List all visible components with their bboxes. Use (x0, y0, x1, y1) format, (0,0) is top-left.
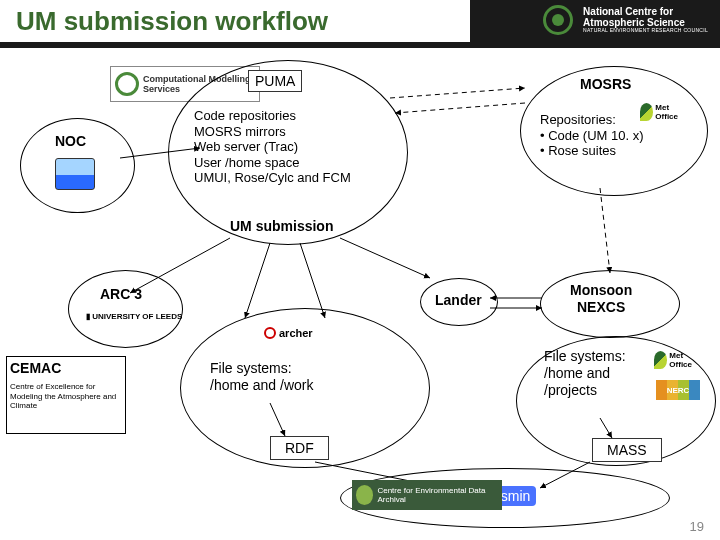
mass-label: MASS (607, 442, 647, 458)
svg-line-6 (340, 238, 430, 278)
ncas-logo: National Centre for Atmospheric Science … (543, 4, 712, 36)
arc3-label: ARC 3 (100, 286, 142, 303)
archer-logo: archer (264, 324, 344, 342)
page-number: 19 (690, 519, 704, 534)
mosrs-repos-label: Repositories: (540, 112, 616, 127)
rdf-box: RDF (270, 436, 329, 460)
archer-fs: File systems: /home and /work (210, 360, 314, 394)
monsoon-label: Monsoon NEXCS (570, 282, 632, 316)
svg-line-4 (245, 243, 270, 318)
puma-title-box: PUMA (248, 70, 302, 92)
cms-ring-icon (115, 72, 139, 96)
puma-submit: UM submission (230, 218, 333, 235)
metoffice-text-2: Met Office (669, 351, 698, 369)
node-arc3 (68, 270, 183, 348)
metoffice-logo-1: Met Office (640, 100, 684, 124)
ncas-name-1: National Centre for (583, 6, 673, 17)
svg-line-1 (390, 88, 525, 98)
puma-body: Code repositories MOSRS mirrors Web serv… (194, 108, 384, 186)
diagram-stage: Computational Modelling Services NOC PUM… (0, 48, 720, 540)
leeds-logo: ▮ UNIVERSITY OF LEEDS (86, 312, 182, 321)
metoffice-text-1: Met Office (655, 103, 684, 121)
svg-line-7 (600, 188, 610, 273)
ceda-text: Centre for Environmental Data Archival (377, 486, 498, 504)
svg-line-2 (395, 103, 525, 113)
svg-line-5 (300, 243, 325, 318)
nerc-logo: NERC (656, 380, 700, 400)
noc-label: NOC (55, 133, 86, 150)
nerc-text: NERC (667, 386, 690, 395)
page-title: UM submission workflow (16, 6, 328, 37)
ncas-small: NATURAL ENVIRONMENT RESEARCH COUNCIL (583, 28, 708, 34)
mosrs-repo1: • Code (UM 10. x) (540, 128, 644, 143)
rdf-label: RDF (285, 440, 314, 456)
mosrs-title: MOSRS (580, 76, 631, 93)
metfs-label: File systems: /home and /projects (544, 348, 626, 398)
mass-box: MASS (592, 438, 662, 462)
ceda-logo: Centre for Environmental Data Archival (352, 480, 502, 510)
mosrs-repo2: • Rose suites (540, 143, 616, 158)
cemac-sub: Centre of Excellence for Modeling the At… (10, 382, 120, 411)
ship-icon (55, 158, 95, 190)
archer-logo-text: archer (279, 327, 313, 339)
puma-title: PUMA (255, 73, 295, 89)
metoffice-logo-2: Met Office (654, 348, 698, 372)
lander-label: Lander (435, 292, 482, 309)
mosrs-repos: Repositories: • Code (UM 10. x) • Rose s… (540, 112, 644, 159)
